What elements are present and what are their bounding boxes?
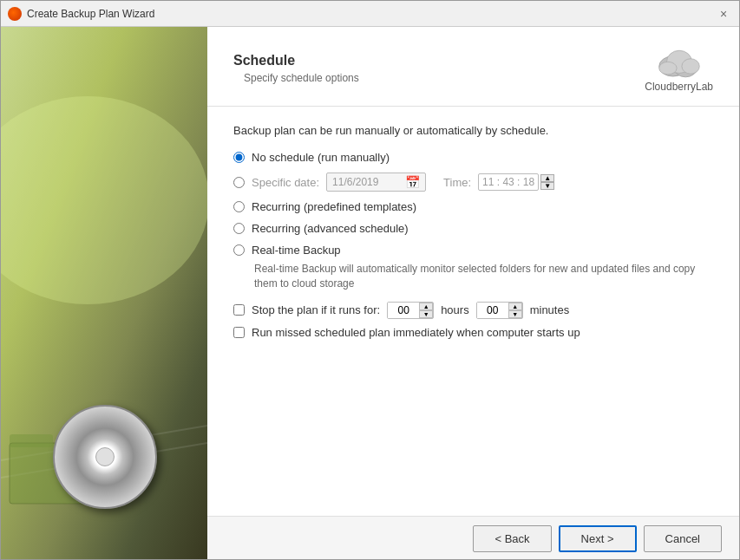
svg-point-9 [658,62,676,75]
header-left: Schedule Specify schedule options [233,53,359,84]
cloudberry-logo-icon [653,44,705,79]
hours-input[interactable] [388,303,419,318]
content-area: Schedule Specify schedule options Cloudb… [207,27,739,560]
main-layout: Schedule Specify schedule options Cloudb… [1,27,739,560]
hours-input-wrapper: ▲ ▼ [387,302,434,319]
minutes-spin-up[interactable]: ▲ [508,303,522,310]
time-label: Time: [443,176,471,189]
page-subtitle: Specify schedule options [244,72,359,84]
minutes-spin-down[interactable]: ▼ [508,310,522,318]
time-value: 11 : 43 : 18 [482,176,534,188]
stop-plan-label[interactable]: Stop the plan if it runs for: [252,303,380,316]
svg-point-10 [682,59,699,74]
specific-date-label: Specific date: [252,176,319,189]
title-bar: Create Backup Plan Wizard × [1,1,739,27]
page-title: Schedule [233,53,359,68]
footer: < Back Next > Cancel [207,516,739,560]
date-input[interactable] [332,176,402,188]
no-schedule-option[interactable]: No schedule (run manually) [233,151,713,164]
time-input-wrapper: 11 : 43 : 18 [478,173,539,191]
cancel-button[interactable]: Cancel [644,525,722,552]
calendar-icon[interactable]: 📅 [405,175,420,189]
no-schedule-radio[interactable] [233,152,245,163]
time-spinner-down[interactable]: ▼ [540,182,554,190]
header-logo: CloudberryLab [645,44,713,93]
missed-plan-label[interactable]: Run missed scheduled plan immediately wh… [252,326,580,339]
recurring-predefined-radio[interactable] [233,201,245,212]
hours-spinners: ▲ ▼ [419,303,433,318]
recurring-advanced-option[interactable]: Recurring (advanced schedule) [233,222,713,235]
minutes-input-wrapper: ▲ ▼ [476,302,523,319]
close-button[interactable]: × [715,5,732,23]
missed-plan-checkbox[interactable] [233,327,245,338]
stop-plan-row: Stop the plan if it runs for: ▲ ▼ hours … [233,302,713,319]
realtime-option[interactable]: Real-time Backup [233,244,713,257]
next-button[interactable]: Next > [559,525,637,552]
stop-plan-checkbox[interactable] [233,304,245,316]
svg-rect-5 [10,434,53,447]
recurring-predefined-option[interactable]: Recurring (predefined templates) [233,200,713,213]
realtime-label[interactable]: Real-time Backup [252,244,341,257]
date-input-wrapper: 📅 [326,173,426,192]
form-description: Backup plan can be run manually or autom… [233,124,713,137]
app-icon [8,7,22,21]
time-spinners: ▲ ▼ [540,174,554,190]
logo-text: CloudberryLab [645,81,713,93]
hours-spin-up[interactable]: ▲ [419,303,433,310]
missed-plan-row: Run missed scheduled plan immediately wh… [233,326,713,339]
hours-label: hours [441,303,469,316]
recurring-predefined-label[interactable]: Recurring (predefined templates) [252,200,416,213]
minutes-label: minutes [530,303,570,316]
sidebar-disc-decoration [53,405,157,509]
realtime-radio[interactable] [233,244,245,256]
minutes-spinners: ▲ ▼ [508,303,522,318]
recurring-advanced-label[interactable]: Recurring (advanced schedule) [252,222,409,235]
specific-date-radio[interactable] [233,177,245,188]
realtime-note: Real-time Backup will automatically moni… [254,262,713,291]
time-spinner-up[interactable]: ▲ [540,174,554,182]
specific-date-row: Specific date: 📅 Time: 11 : 43 : 18 ▲ ▼ [233,173,713,192]
recurring-advanced-radio[interactable] [233,223,245,234]
sidebar [1,27,207,560]
title-bar-text: Create Backup Plan Wizard [27,8,715,20]
no-schedule-label[interactable]: No schedule (run manually) [252,151,390,164]
header: Schedule Specify schedule options Cloudb… [207,27,739,107]
form-content: Backup plan can be run manually or autom… [207,107,739,516]
time-row: Time: 11 : 43 : 18 ▲ ▼ [436,173,554,191]
minutes-input[interactable] [477,303,508,318]
back-button[interactable]: < Back [473,525,551,552]
hours-spin-down[interactable]: ▼ [419,310,433,318]
